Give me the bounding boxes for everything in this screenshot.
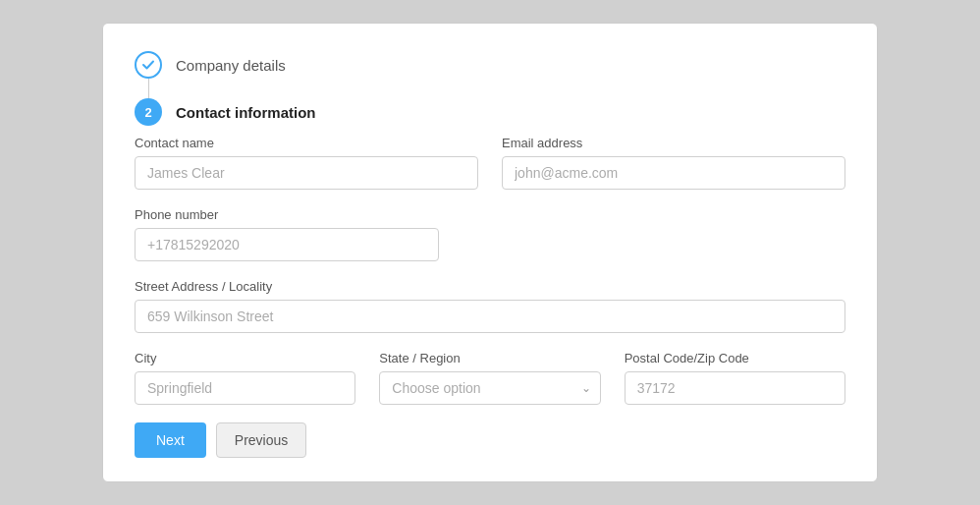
city-input[interactable] [135,371,355,405]
stepper: Company details 2 Contact information [135,51,845,126]
row-name-email: Contact name Email address [135,136,845,190]
check-icon [141,58,155,72]
group-phone: Phone number [135,207,439,261]
email-label: Email address [502,136,845,150]
group-state: State / Region Choose option ⌄ [379,351,600,405]
step1-circle [135,51,162,79]
row-city-state-postal: City State / Region Choose option ⌄ Post… [135,351,845,405]
contact-form: Contact name Email address Phone number … [135,136,845,458]
step1-label: Company details [176,57,286,74]
row-phone: Phone number [135,207,845,261]
next-button[interactable]: Next [135,422,206,458]
state-select[interactable]: Choose option [379,371,600,405]
step2-label: Contact information [176,104,316,121]
state-label: State / Region [379,351,600,365]
step2-row: 2 Contact information [135,98,845,126]
step-connector [148,79,149,98]
group-postal: Postal Code/Zip Code [625,351,845,405]
phone-label: Phone number [135,207,439,222]
state-select-wrapper: Choose option ⌄ [379,371,600,405]
email-input[interactable] [502,156,845,190]
main-card: Company details 2 Contact information Co… [102,23,878,482]
phone-input[interactable] [135,228,439,261]
step2-circle: 2 [135,98,162,126]
group-street: Street Address / Locality [135,279,845,333]
street-input[interactable] [135,300,845,333]
postal-label: Postal Code/Zip Code [625,351,845,365]
group-contact-name: Contact name [135,136,478,190]
city-label: City [135,351,355,365]
button-row: Next Previous [135,422,845,458]
group-city: City [135,351,355,405]
postal-input[interactable] [625,371,845,405]
contact-name-label: Contact name [135,136,478,150]
street-label: Street Address / Locality [135,279,845,294]
previous-button[interactable]: Previous [216,422,306,458]
group-email: Email address [502,136,845,190]
step1-row: Company details [135,51,845,79]
contact-name-input[interactable] [135,156,478,190]
row-street: Street Address / Locality [135,279,845,333]
